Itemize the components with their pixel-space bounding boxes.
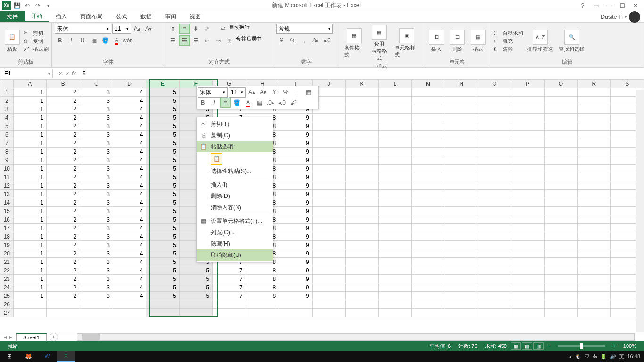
row-header[interactable]: 24 bbox=[0, 283, 14, 292]
cell[interactable]: 3 bbox=[80, 156, 113, 165]
cell[interactable]: 4 bbox=[113, 283, 146, 292]
tab-review[interactable]: 审阅 bbox=[158, 11, 183, 22]
cell[interactable] bbox=[578, 224, 611, 232]
percent-icon[interactable]: % bbox=[288, 35, 298, 46]
cell[interactable] bbox=[445, 266, 478, 275]
format-painter-button[interactable]: 🖌格式刷 bbox=[24, 46, 49, 53]
cell[interactable] bbox=[578, 131, 611, 139]
cell[interactable]: 2 bbox=[47, 181, 80, 190]
cell[interactable]: 2 bbox=[47, 165, 80, 173]
font-color-icon[interactable]: A bbox=[111, 35, 122, 46]
cell[interactable]: 2 bbox=[47, 88, 80, 97]
cell[interactable]: 5 bbox=[146, 258, 179, 266]
cell[interactable] bbox=[345, 88, 378, 97]
cell[interactable]: 9 bbox=[279, 156, 312, 165]
copy-button[interactable]: ⎘复制 bbox=[24, 38, 49, 45]
cell[interactable] bbox=[544, 300, 577, 309]
cell[interactable]: 2 bbox=[47, 215, 80, 224]
cell[interactable] bbox=[478, 156, 511, 165]
cell[interactable] bbox=[511, 300, 544, 309]
mini-comma-icon[interactable]: , bbox=[292, 87, 302, 98]
cell[interactable] bbox=[445, 258, 478, 266]
cell[interactable]: 2 bbox=[47, 224, 80, 232]
cell[interactable] bbox=[412, 292, 445, 300]
cell[interactable]: 4 bbox=[113, 207, 146, 215]
cell[interactable]: 1 bbox=[13, 114, 46, 122]
zoom-level[interactable]: 100% bbox=[619, 343, 640, 349]
cell[interactable] bbox=[146, 309, 179, 317]
ctx-col-width[interactable]: 列宽(C)... bbox=[197, 227, 273, 238]
cell[interactable] bbox=[478, 165, 511, 173]
paste-button[interactable]: 📋 粘贴 bbox=[3, 29, 22, 54]
cell[interactable] bbox=[578, 156, 611, 165]
cell[interactable]: 9 bbox=[279, 241, 312, 249]
cell[interactable]: 4 bbox=[113, 122, 146, 131]
cell[interactable]: 8 bbox=[246, 283, 279, 292]
cell[interactable]: 3 bbox=[80, 249, 113, 258]
cancel-formula-icon[interactable]: ✕ bbox=[58, 70, 63, 77]
cell[interactable]: 5 bbox=[146, 266, 179, 275]
name-box[interactable]: E1▾ bbox=[2, 69, 53, 78]
cell[interactable]: 1 bbox=[13, 148, 46, 156]
cell[interactable] bbox=[544, 190, 577, 198]
font-size-combo[interactable]: 11▾ bbox=[112, 24, 131, 34]
cell[interactable] bbox=[345, 207, 378, 215]
cell[interactable]: 8 bbox=[246, 266, 279, 275]
cell[interactable]: 1 bbox=[13, 275, 46, 283]
mini-border2-icon[interactable]: ▦ bbox=[254, 98, 264, 108]
cell[interactable] bbox=[578, 249, 611, 258]
cell[interactable]: 5 bbox=[146, 156, 179, 165]
cell[interactable]: 2 bbox=[47, 173, 80, 181]
cell[interactable]: 9 bbox=[279, 190, 312, 198]
cell[interactable]: 4 bbox=[113, 241, 146, 249]
tray-ime[interactable]: 英 bbox=[619, 353, 624, 360]
cell[interactable] bbox=[345, 190, 378, 198]
cell[interactable]: 7 bbox=[213, 283, 246, 292]
cell[interactable]: 3 bbox=[80, 131, 113, 139]
cell[interactable] bbox=[478, 97, 511, 105]
cell[interactable] bbox=[246, 309, 279, 317]
col-header-C[interactable]: C bbox=[80, 80, 113, 88]
row-header[interactable]: 18 bbox=[0, 232, 14, 241]
cell[interactable] bbox=[379, 207, 412, 215]
cell[interactable] bbox=[511, 249, 544, 258]
cell[interactable] bbox=[544, 241, 577, 249]
wrap-text-label[interactable]: 自动换行 bbox=[229, 24, 250, 34]
insert-cells-button[interactable]: ⊞插入 bbox=[427, 29, 446, 54]
cell[interactable] bbox=[445, 190, 478, 198]
cell[interactable]: 2 bbox=[47, 232, 80, 241]
format-table-button[interactable]: ▤套用 表格格式 bbox=[368, 24, 391, 63]
cell[interactable]: 4 bbox=[113, 232, 146, 241]
cell[interactable] bbox=[345, 181, 378, 190]
cell[interactable] bbox=[412, 88, 445, 97]
tab-layout[interactable]: 页面布局 bbox=[74, 11, 109, 22]
cell[interactable] bbox=[578, 181, 611, 190]
cell[interactable] bbox=[511, 266, 544, 275]
cell[interactable]: 9 bbox=[279, 131, 312, 139]
cell[interactable]: 3 bbox=[80, 165, 113, 173]
cell[interactable] bbox=[511, 156, 544, 165]
cell[interactable] bbox=[445, 207, 478, 215]
cell[interactable] bbox=[578, 165, 611, 173]
border-icon[interactable]: ▦ bbox=[89, 35, 99, 46]
cell[interactable]: 4 bbox=[113, 88, 146, 97]
cell[interactable] bbox=[578, 207, 611, 215]
maximize-icon[interactable]: ☐ bbox=[618, 2, 627, 9]
row-header[interactable]: 3 bbox=[0, 105, 14, 114]
cell[interactable] bbox=[544, 249, 577, 258]
cell[interactable]: 3 bbox=[80, 232, 113, 241]
cell[interactable]: 2 bbox=[47, 292, 80, 300]
cell[interactable] bbox=[345, 105, 378, 114]
cell[interactable] bbox=[578, 215, 611, 224]
cell[interactable]: 5 bbox=[146, 275, 179, 283]
cell[interactable]: 1 bbox=[13, 224, 46, 232]
cell[interactable]: 2 bbox=[47, 198, 80, 207]
select-all-corner[interactable] bbox=[0, 80, 14, 88]
cell[interactable]: 5 bbox=[146, 198, 179, 207]
cell[interactable] bbox=[345, 266, 378, 275]
cell[interactable] bbox=[478, 241, 511, 249]
cell[interactable] bbox=[511, 131, 544, 139]
ribbon-options-icon[interactable]: ▭ bbox=[591, 2, 601, 9]
cell[interactable] bbox=[544, 156, 577, 165]
mini-size-combo[interactable]: 11▾ bbox=[229, 87, 246, 98]
